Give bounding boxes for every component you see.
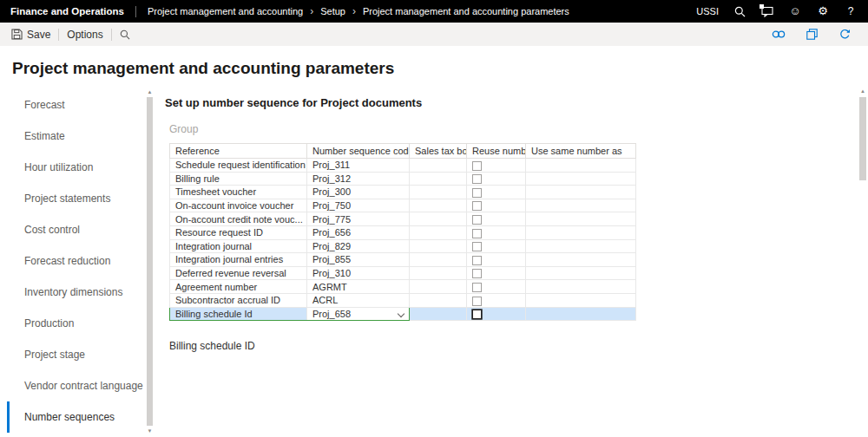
help-icon[interactable]: ? xyxy=(844,4,858,18)
reference-cell[interactable]: Billing schedule Id xyxy=(170,307,307,321)
reuse-number-checkbox[interactable] xyxy=(472,310,482,319)
group-button[interactable]: Group xyxy=(169,123,198,135)
app-name[interactable]: Finance and Operations xyxy=(10,6,124,16)
sales-tax-cell[interactable] xyxy=(410,225,467,239)
feedback-icon[interactable]: ☺ xyxy=(788,4,802,18)
sidebar-scrollbar[interactable]: ▲ ▼ xyxy=(146,88,154,434)
number-sequence-code-cell[interactable]: Proj_658 xyxy=(307,307,410,321)
reuse-number-checkbox[interactable] xyxy=(472,229,482,238)
reuse-number-cell[interactable] xyxy=(467,199,526,212)
number-sequence-code-cell[interactable]: Proj_656 xyxy=(307,225,410,239)
sidebar-item[interactable]: Forecast reduction xyxy=(7,245,155,277)
use-same-number-cell[interactable] xyxy=(526,172,636,186)
reuse-number-cell[interactable] xyxy=(467,172,526,186)
reuse-number-checkbox[interactable] xyxy=(472,188,482,198)
reuse-number-checkbox[interactable] xyxy=(472,256,482,265)
breadcrumb-item[interactable]: Project management and accounting xyxy=(148,6,303,16)
table-row[interactable]: Resource request ID Proj_656 xyxy=(170,225,636,239)
reference-cell[interactable]: Resource request ID xyxy=(170,225,307,239)
column-header[interactable]: Reference xyxy=(170,144,307,159)
scroll-up-icon[interactable]: ▲ xyxy=(860,88,865,95)
sales-tax-cell[interactable] xyxy=(410,212,467,226)
sidebar-item[interactable]: Estimate xyxy=(7,121,155,152)
reuse-number-cell[interactable] xyxy=(467,266,526,280)
reuse-number-cell[interactable] xyxy=(467,225,526,239)
number-sequence-code-cell[interactable]: Proj_312 xyxy=(307,172,410,186)
sidebar-item[interactable]: Inventory dimensions xyxy=(7,277,155,308)
reference-cell[interactable]: Timesheet voucher xyxy=(170,186,307,199)
toolbar-search-icon[interactable] xyxy=(117,27,133,42)
table-row[interactable]: Billing schedule Id Proj_658 xyxy=(170,307,636,321)
sidebar-item[interactable]: Number sequences xyxy=(7,401,155,433)
use-same-number-cell[interactable] xyxy=(526,186,636,199)
number-sequence-code-cell[interactable]: Proj_775 xyxy=(307,212,410,226)
options-button[interactable]: Options xyxy=(59,23,110,46)
reuse-number-checkbox[interactable] xyxy=(472,269,482,278)
use-same-number-cell[interactable] xyxy=(526,293,636,307)
sales-tax-cell[interactable] xyxy=(410,172,467,186)
company-picker[interactable]: USSI xyxy=(696,6,719,16)
number-sequence-code-cell[interactable]: Proj_300 xyxy=(307,186,410,199)
table-row[interactable]: Integration journal entries Proj_855 xyxy=(170,253,636,267)
column-header[interactable]: Reuse numb... xyxy=(467,144,526,159)
settings-icon[interactable]: ⚙ xyxy=(816,4,830,18)
reference-cell[interactable]: Integration journal entries xyxy=(170,253,307,267)
reuse-number-checkbox[interactable] xyxy=(472,283,482,292)
use-same-number-cell[interactable] xyxy=(526,159,636,173)
sidebar-item[interactable]: Cost control xyxy=(7,214,155,245)
scroll-up-icon[interactable]: ▲ xyxy=(148,88,153,95)
reuse-number-cell[interactable] xyxy=(467,253,526,267)
reuse-number-checkbox[interactable] xyxy=(472,215,482,225)
reference-cell[interactable]: Deferred revenue reversal xyxy=(170,266,307,280)
reference-cell[interactable]: Schedule request identification xyxy=(170,159,307,173)
reuse-number-checkbox[interactable] xyxy=(472,161,482,171)
column-header[interactable]: Sales tax boo... xyxy=(410,144,467,159)
page-scrollbar-thumb[interactable] xyxy=(859,97,866,180)
reference-cell[interactable]: Subcontractor accrual ID xyxy=(170,293,307,307)
breadcrumb-item[interactable]: Project management and accounting parame… xyxy=(363,6,569,16)
chevron-down-icon[interactable] xyxy=(398,310,404,316)
sales-tax-cell[interactable] xyxy=(410,253,467,267)
sidebar-item[interactable]: Vendor contract language xyxy=(7,370,155,401)
number-sequence-code-cell[interactable]: Proj_310 xyxy=(307,266,410,280)
breadcrumb-item[interactable]: Setup xyxy=(320,6,345,16)
table-row[interactable]: On-account credit note vouc... Proj_775 xyxy=(170,212,636,226)
reuse-number-cell[interactable] xyxy=(467,159,526,173)
reuse-number-cell[interactable] xyxy=(467,186,526,199)
sales-tax-cell[interactable] xyxy=(410,199,467,212)
sales-tax-cell[interactable] xyxy=(410,293,467,307)
reference-cell[interactable]: Agreement number xyxy=(170,280,307,294)
table-row[interactable]: Timesheet voucher Proj_300 xyxy=(170,186,636,199)
table-row[interactable]: Billing rule Proj_312 xyxy=(170,172,636,186)
sales-tax-cell[interactable] xyxy=(410,186,467,199)
reference-cell[interactable]: Integration journal xyxy=(170,239,307,253)
open-in-new-window-icon[interactable] xyxy=(804,27,819,42)
number-sequence-code-cell[interactable]: Proj_750 xyxy=(307,199,410,212)
table-row[interactable]: On-account invoice voucher Proj_750 xyxy=(170,199,636,212)
use-same-number-cell[interactable] xyxy=(526,212,636,226)
use-same-number-cell[interactable] xyxy=(526,199,636,212)
column-header[interactable]: Number sequence code xyxy=(307,144,410,159)
table-row[interactable]: Integration journal Proj_829 xyxy=(170,239,636,253)
use-same-number-cell[interactable] xyxy=(526,280,636,294)
reuse-number-cell[interactable] xyxy=(467,239,526,253)
number-sequence-code-cell[interactable]: Proj_311 xyxy=(307,159,410,173)
sales-tax-cell[interactable] xyxy=(410,266,467,280)
page-scrollbar[interactable]: ▲ xyxy=(858,88,867,435)
sidebar-item[interactable]: Production xyxy=(7,308,155,339)
sidebar-item[interactable]: Project statements xyxy=(7,183,155,214)
sidebar-item[interactable]: Forecast xyxy=(7,89,155,121)
use-same-number-cell[interactable] xyxy=(526,239,636,253)
refresh-icon[interactable] xyxy=(837,27,852,42)
reuse-number-cell[interactable] xyxy=(467,280,526,294)
save-button[interactable]: Save xyxy=(3,23,58,46)
sales-tax-cell[interactable] xyxy=(410,280,467,294)
attachments-icon[interactable] xyxy=(771,27,786,42)
scroll-down-icon[interactable]: ▼ xyxy=(148,427,153,434)
messages-icon[interactable] xyxy=(760,4,774,18)
table-row[interactable]: Schedule request identification Proj_311 xyxy=(170,159,636,173)
reference-cell[interactable]: Billing rule xyxy=(170,172,307,186)
reference-cell[interactable]: On-account invoice voucher xyxy=(170,199,307,212)
reuse-number-checkbox[interactable] xyxy=(472,297,482,306)
sales-tax-cell[interactable] xyxy=(410,239,467,253)
